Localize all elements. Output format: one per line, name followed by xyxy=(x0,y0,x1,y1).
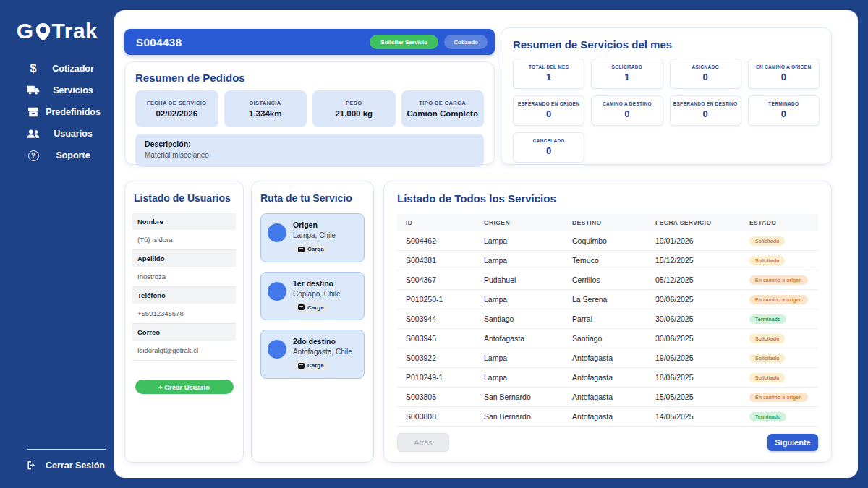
cell-fecha: 15/12/2025 xyxy=(655,251,749,270)
atras-button[interactable]: Atrás xyxy=(397,433,449,452)
sidebar-item-label: Predefinidos xyxy=(42,107,114,117)
stat-label: TERMINADO xyxy=(750,101,817,106)
month-stat-card: TOTAL DEL MES1 xyxy=(513,59,584,89)
cell-estado: En camino a origen xyxy=(749,270,818,290)
stop-marker-icon xyxy=(268,282,286,301)
services-table: IDORIGENDESTINOFECHA SERVICIOESTADO S004… xyxy=(397,214,818,427)
cell-estado: En camino a origen xyxy=(749,388,818,407)
route-stop-body: OrigenLampa, ChileCarga xyxy=(293,221,336,255)
logo-text-suffix: Trak xyxy=(52,19,98,43)
stat-value: 0 xyxy=(672,108,739,119)
cell-destino: Antofagasta xyxy=(572,407,655,427)
cell-estado: Solicitado xyxy=(749,231,818,251)
sidebar-item-soporte[interactable]: ?Soporte xyxy=(0,145,114,166)
cell-fecha: 19/06/2025 xyxy=(655,348,749,368)
order-card-label: TIPO DE CARGA xyxy=(404,100,482,106)
user-field-label-telefono: Teléfono xyxy=(132,287,236,304)
column-header-fecha-servicio: FECHA SERVICIO xyxy=(655,214,749,231)
cell-id: S003805 xyxy=(397,388,484,407)
sidebar-item-predefinidos[interactable]: Predefinidos xyxy=(0,101,114,123)
carga-badge: Carga xyxy=(293,244,329,254)
table-row[interactable]: S003808San BernardoAntofagasta14/05/2025… xyxy=(397,407,818,427)
sidebar-item-cotizador[interactable]: $Cotizador xyxy=(0,58,114,80)
package-icon xyxy=(298,363,305,369)
table-row[interactable]: S003805San BernardoAntofagasta15/05/2025… xyxy=(397,388,818,407)
month-summary-title: Resumen de Servicios del mes xyxy=(513,38,820,51)
cell-origen: San Bernardo xyxy=(484,388,572,407)
location-pin-icon xyxy=(35,22,51,42)
order-description-label: Descripción: xyxy=(145,140,475,148)
cell-origen: Lampa xyxy=(484,368,572,388)
service-id: S004438 xyxy=(136,36,370,48)
order-summary-card: TIPO DE CARGACamión Completo xyxy=(401,90,485,127)
solicitar-servicio-button[interactable]: Solicitar Servicio xyxy=(370,35,438,49)
logo-text-prefix: G xyxy=(17,19,34,43)
status-badge: En camino a origen xyxy=(749,393,808,402)
month-summary-panel: Resumen de Servicios del mes TOTAL DEL M… xyxy=(501,27,832,165)
sidebar: G Trak $CotizadorServiciosPredefinidosUs… xyxy=(0,0,114,488)
route-panel: Ruta de tu Servicio OrigenLampa, ChileCa… xyxy=(251,181,374,463)
order-summary-card: PESO21.000 kg xyxy=(312,90,396,127)
siguiente-button[interactable]: Siguiente xyxy=(767,434,818,451)
status-badge: Terminado xyxy=(749,412,786,421)
cell-origen: Lampa xyxy=(484,348,572,368)
column-header-destino: DESTINO xyxy=(572,214,655,231)
table-row[interactable]: S004462LampaCoquimbo19/01/2026Solicitado xyxy=(397,231,818,251)
order-card-label: PESO xyxy=(315,100,393,106)
route-stop: 2do destinoAntofagasta, ChileCarga xyxy=(260,330,365,379)
cell-destino: La Serena xyxy=(572,290,655,309)
carga-badge: Carga xyxy=(293,302,329,313)
month-stat-card: SOLICITADO1 xyxy=(591,59,663,89)
month-stat-card: EN CAMINO A ORIGEN0 xyxy=(748,59,820,89)
box-icon xyxy=(25,107,42,117)
status-badge: Solicitado xyxy=(749,236,785,246)
table-row[interactable]: S003922LampaAntofagasta19/06/2025Solicit… xyxy=(397,348,818,368)
column-header-origen: ORIGEN xyxy=(484,214,572,231)
order-summary-card: FECHA DE SERVICIO02/02/2026 xyxy=(135,90,218,127)
route-panel-title: Ruta de tu Servicio xyxy=(260,192,365,204)
order-card-value: Camión Completo xyxy=(404,109,482,118)
stat-label: CANCELADO xyxy=(515,138,582,143)
status-badge: Terminado xyxy=(749,314,786,324)
order-card-value: 21.000 kg xyxy=(315,109,393,118)
table-row[interactable]: S004367PudahuelCerrillos05/12/2025En cam… xyxy=(397,270,818,290)
stat-value: 0 xyxy=(515,145,582,156)
user-field-value: (Tú) Isidora xyxy=(132,230,236,250)
crear-usuario-button[interactable]: + Crear Usuario xyxy=(135,380,234,394)
status-badge: Solicitado xyxy=(749,373,785,382)
gotrak-logo: G Trak xyxy=(0,19,114,43)
sidebar-item-servicios[interactable]: Servicios xyxy=(0,80,114,101)
month-summary-grid: TOTAL DEL MES1SOLICITADO1ASIGNADO0EN CAM… xyxy=(513,59,820,163)
carga-badge: Carga xyxy=(293,360,329,371)
user-field-label-correo: Correo xyxy=(132,324,236,341)
cell-fecha: 18/06/2025 xyxy=(655,368,749,388)
cell-origen: Pudahuel xyxy=(484,270,572,290)
stop-title: 2do destino xyxy=(293,337,352,346)
sidebar-item-usuarios[interactable]: Usuarios xyxy=(0,123,114,145)
table-row[interactable]: S004381LampaTemuco15/12/2025Solicitado xyxy=(397,251,818,270)
logout-label: Cerrar Sesión xyxy=(46,461,105,471)
cell-estado: Solicitado xyxy=(749,329,818,348)
table-row[interactable]: S003944SantiagoParral30/06/2025Terminado xyxy=(397,309,818,329)
cell-origen: San Bernardo xyxy=(484,407,572,427)
logout-button[interactable]: Cerrar Sesión xyxy=(0,449,114,471)
cell-fecha: 30/06/2025 xyxy=(655,329,749,348)
table-row[interactable]: P010249-1LampaAntofagasta18/06/2025Solic… xyxy=(397,368,818,388)
cotizado-status-button[interactable]: Cotizado xyxy=(444,35,488,49)
month-stat-card: ESPERANDO EN ORIGEN0 xyxy=(513,95,584,126)
stat-label: CAMINO A DESTINO xyxy=(593,101,660,106)
sidebar-item-label: Servicios xyxy=(42,85,114,95)
order-card-value: 1.334km xyxy=(227,109,305,118)
table-row[interactable]: P010250-1LampaLa Serena30/06/2025En cami… xyxy=(397,290,818,309)
cell-origen: Lampa xyxy=(484,290,572,309)
sidebar-item-label: Usuarios xyxy=(42,129,114,139)
status-badge: En camino a origen xyxy=(749,295,808,304)
column-header-estado: ESTADO xyxy=(749,214,818,231)
order-summary-title: Resumen de Pedidos xyxy=(135,72,484,84)
cell-origen: Lampa xyxy=(484,251,572,270)
cell-origen: Santiago xyxy=(484,309,572,329)
carga-badge-label: Carga xyxy=(307,362,324,369)
stat-value: 1 xyxy=(593,72,660,82)
cell-fecha: 30/06/2025 xyxy=(655,290,749,309)
table-row[interactable]: S003945AntofagastaSantiago30/06/2025Soli… xyxy=(397,329,818,348)
